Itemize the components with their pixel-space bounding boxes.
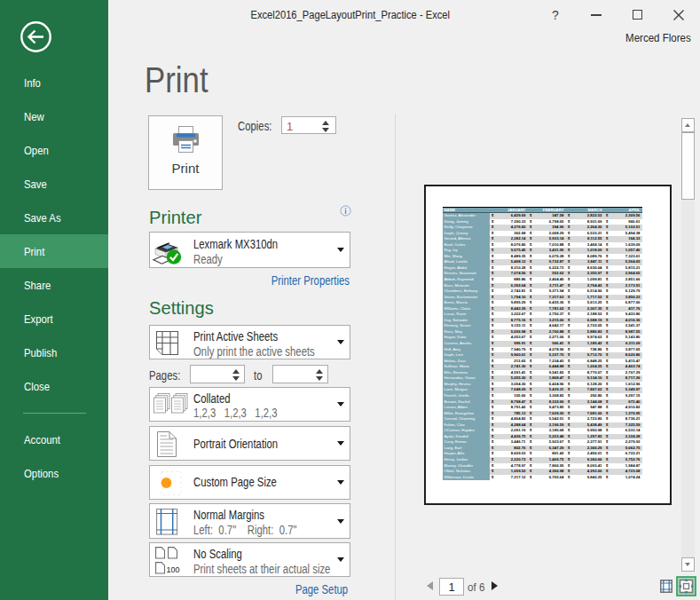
svg-text:100: 100 bbox=[167, 565, 180, 574]
